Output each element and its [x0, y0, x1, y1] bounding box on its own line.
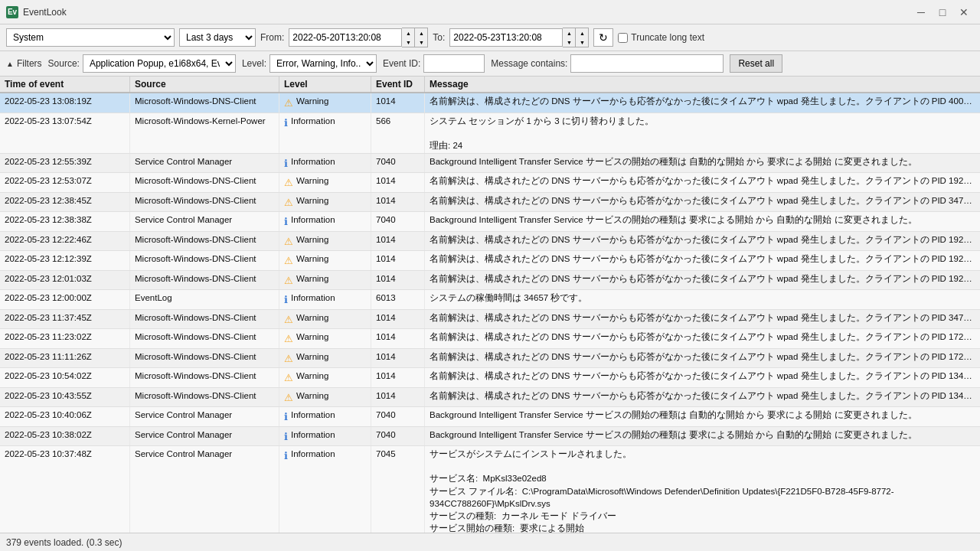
close-button[interactable]: ✕ [954, 5, 974, 20]
cell-source: Microsoft-Windows-DNS-Client [130, 329, 279, 348]
level-text: Warning [296, 350, 328, 364]
cell-eventid: 1014 [371, 193, 425, 212]
info-icon: ℹ [284, 156, 288, 171]
table-row[interactable]: 2022-05-23 10:54:02ZMicrosoft-Windows-DN… [0, 368, 980, 388]
col-message[interactable]: Message [425, 77, 980, 92]
from-date-spinners2: ▲ ▼ [415, 28, 428, 47]
cell-eventid: 1014 [371, 232, 425, 251]
cell-message: 名前解決は、構成されたどの DNS サーバーからも応答がなかった後にタイムアウト… [425, 232, 980, 251]
filters-toggle-button[interactable]: ▲ Filters [6, 58, 42, 69]
cell-time: 2022-05-23 10:43:55Z [0, 388, 130, 407]
table-row[interactable]: 2022-05-23 12:55:39ZService Control Mana… [0, 154, 980, 174]
maximize-button[interactable]: □ [933, 5, 952, 20]
level-text: Information [291, 429, 335, 442]
cell-eventid: 1014 [371, 368, 425, 387]
cell-level: ℹInformation [279, 427, 371, 446]
cell-time: 2022-05-23 12:53:07Z [0, 173, 130, 192]
eventid-filter-input[interactable] [423, 54, 485, 73]
to-date-down2[interactable]: ▼ [576, 37, 588, 47]
info-icon: ℹ [284, 292, 288, 308]
from-date-input[interactable] [289, 28, 402, 47]
message-filter-input[interactable] [570, 54, 724, 73]
cell-time: 2022-05-23 10:38:02Z [0, 427, 130, 446]
source-filter-label: Source: [48, 58, 80, 69]
from-date-group: ▲ ▼ ▲ ▼ [289, 28, 428, 47]
table-row[interactable]: 2022-05-23 11:37:45ZMicrosoft-Windows-DN… [0, 310, 980, 330]
cell-source: Microsoft-Windows-DNS-Client [130, 310, 279, 329]
cell-eventid: 6013 [371, 290, 425, 309]
reset-all-button[interactable]: Reset all [730, 54, 782, 73]
table-row[interactable]: 2022-05-23 13:07:54ZMicrosoft-Windows-Ke… [0, 113, 980, 154]
days-select[interactable]: Last 3 days [179, 28, 256, 47]
title-bar-left: Ev EventLook [6, 6, 67, 18]
info-icon: ℹ [284, 429, 288, 445]
to-date-up2[interactable]: ▲ [576, 28, 588, 37]
from-date-down2[interactable]: ▼ [415, 37, 427, 47]
cell-level: ⚠Warning [279, 329, 371, 348]
cell-level: ℹInformation [279, 212, 371, 231]
table-row[interactable]: 2022-05-23 11:23:02ZMicrosoft-Windows-DN… [0, 329, 980, 349]
col-level[interactable]: Level [279, 77, 371, 92]
table-row[interactable]: 2022-05-23 12:01:03ZMicrosoft-Windows-DN… [0, 271, 980, 291]
col-time[interactable]: Time of event [0, 77, 130, 92]
cell-message: 名前解決は、構成されたどの DNS サーバーからも応答がなかった後にタイムアウト… [425, 329, 980, 348]
cell-eventid: 7040 [371, 212, 425, 231]
table-row[interactable]: 2022-05-23 12:12:39ZMicrosoft-Windows-DN… [0, 251, 980, 271]
cell-source: Service Control Manager [130, 407, 279, 426]
cell-message: 名前解決は、構成されたどの DNS サーバーからも応答がなかった後にタイムアウト… [425, 388, 980, 407]
table-row[interactable]: 2022-05-23 12:00:00ZEventLogℹInformation… [0, 290, 980, 310]
to-date-group: ▲ ▼ ▲ ▼ [449, 28, 589, 47]
cell-eventid: 1014 [371, 271, 425, 290]
cell-level: ℹInformation [279, 113, 371, 153]
level-text: Warning [296, 174, 328, 187]
truncate-checkbox[interactable] [618, 33, 628, 43]
col-eventid[interactable]: Event ID [371, 77, 425, 92]
from-date-spinners: ▲ ▼ [402, 28, 415, 47]
from-date-up2[interactable]: ▲ [415, 28, 427, 37]
warning-icon: ⚠ [284, 390, 293, 406]
table-header: Time of event Source Level Event ID Mess… [0, 77, 980, 93]
cell-level: ⚠Warning [279, 193, 371, 212]
table-row[interactable]: 2022-05-23 10:40:06ZService Control Mana… [0, 407, 980, 427]
cell-time: 2022-05-23 11:37:45Z [0, 310, 130, 329]
to-date-up[interactable]: ▲ [563, 28, 575, 37]
cell-source: Service Control Manager [130, 446, 279, 533]
cell-time: 2022-05-23 10:54:02Z [0, 368, 130, 387]
cell-source: Microsoft-Windows-DNS-Client [130, 193, 279, 212]
table-row[interactable]: 2022-05-23 12:22:46ZMicrosoft-Windows-DN… [0, 232, 980, 252]
cell-message: Background Intelligent Transfer Service … [425, 427, 980, 446]
source-filter-group: Source: Application Popup, e1i68x64, Eve… [48, 54, 236, 73]
from-date-down[interactable]: ▼ [402, 37, 414, 47]
cell-level: ℹInformation [279, 154, 371, 173]
level-filter-select[interactable]: Error, Warning, Info... [270, 54, 377, 73]
cell-source: Service Control Manager [130, 154, 279, 173]
minimize-button[interactable]: ─ [911, 5, 931, 20]
to-date-input[interactable] [449, 28, 563, 47]
table-row[interactable]: 2022-05-23 12:38:45ZMicrosoft-Windows-DN… [0, 193, 980, 213]
cell-level: ⚠Warning [279, 271, 371, 290]
title-bar-controls: ─ □ ✕ [911, 5, 974, 20]
refresh-button[interactable]: ↻ [593, 28, 613, 47]
table-row[interactable]: 2022-05-23 12:53:07ZMicrosoft-Windows-DN… [0, 173, 980, 193]
to-date-down[interactable]: ▼ [563, 37, 575, 47]
source-select[interactable]: System [6, 28, 175, 47]
source-filter-select[interactable]: Application Popup, e1i68x64, EventLo... [83, 54, 236, 73]
warning-icon: ⚠ [284, 312, 293, 328]
cell-time: 2022-05-23 12:38:38Z [0, 212, 130, 231]
level-text: Warning [296, 95, 328, 108]
filters-label: Filters [17, 58, 42, 69]
cell-source: Service Control Manager [130, 427, 279, 446]
col-source[interactable]: Source [130, 77, 279, 92]
message-filter-label: Message contains: [491, 58, 567, 69]
table-row[interactable]: 2022-05-23 11:11:26ZMicrosoft-Windows-DN… [0, 349, 980, 369]
table-row[interactable]: 2022-05-23 10:38:02ZService Control Mana… [0, 427, 980, 447]
cell-eventid: 1014 [371, 173, 425, 192]
table-row[interactable]: 2022-05-23 10:43:55ZMicrosoft-Windows-DN… [0, 388, 980, 408]
filters-triangle-icon: ▲ [6, 60, 14, 68]
cell-message: 名前解決は、構成されたどの DNS サーバーからも応答がなかった後にタイムアウト… [425, 271, 980, 290]
table-row[interactable]: 2022-05-23 10:37:48ZService Control Mana… [0, 446, 980, 533]
from-date-up[interactable]: ▲ [402, 28, 414, 37]
truncate-label[interactable]: Truncate long text [618, 32, 704, 43]
table-row[interactable]: 2022-05-23 12:38:38ZService Control Mana… [0, 212, 980, 232]
table-row[interactable]: 2022-05-23 13:08:19ZMicrosoft-Windows-DN… [0, 93, 980, 113]
